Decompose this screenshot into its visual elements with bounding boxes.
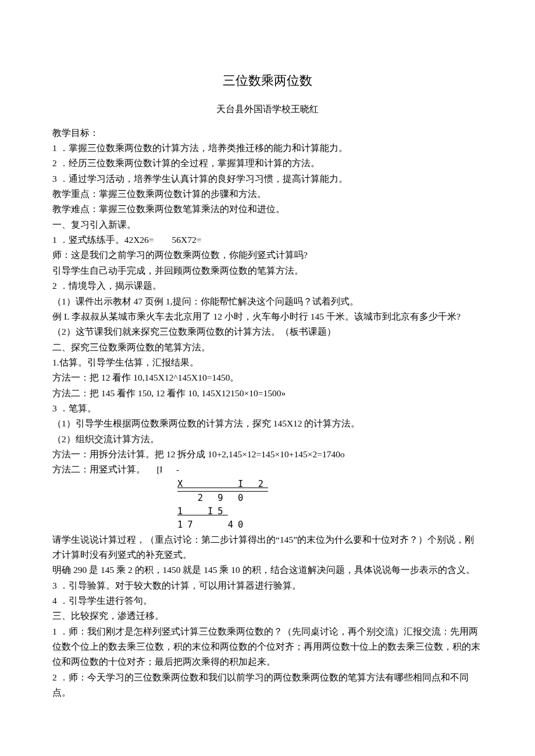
paragraph: 方法一：把 12 看作 10,145X12^145X10=1450。 — [52, 370, 483, 385]
paragraph: 3 ．通过学习活动，培养学生认真计算的良好学习习惯，提高计算能力。 — [52, 171, 483, 187]
paragraph: 教学重点：掌握三位数乘两位数计算的步骤和方法。 — [52, 187, 483, 202]
paragraph: 师：这是我们之前学习的两位数乘两位数，你能列竖式计算吗? — [52, 248, 483, 263]
paragraph: 1.估算。引导学生估算，汇报结果。 — [52, 355, 483, 370]
paragraph: 方法二：用竖式计算。 [I - — [52, 462, 483, 477]
paragraph: （1）课件出示教材 47 页例 1,提问：你能帮忙解决这个问题吗？试着列式。 — [52, 294, 483, 309]
paragraph: 一、复习引入新课。 — [52, 217, 483, 232]
paragraph: 明确 290 是 145 乘 2 的积，1450 就是 145 乘 10 的积，… — [52, 562, 483, 578]
paragraph: 请学生说说计算过程，（重点讨论：第二步计算得出的“145”的末位为什么要和十位对… — [52, 532, 483, 563]
paragraph: 例 L 李叔叔从某城市乘火车去北京用了 12 小时，火车每小时行 145 千米。… — [52, 309, 483, 324]
paragraph: （2）组织交流计算方法。 — [52, 432, 483, 447]
paragraph: 4 ．引导学生进行答句。 — [52, 593, 483, 608]
document-title: 三位数乘两位数 — [52, 70, 483, 91]
paragraph: 三、比较探究，渗透迁移。 — [52, 608, 483, 624]
paragraph: 2 ．情境导入，揭示课题。 — [52, 278, 483, 293]
paragraph: 1 ．掌握三位数乘两位数的计算方法，培养类推迁移的能力和计算能力。 — [52, 141, 483, 156]
paragraph: 2 ．师：今天学习的三位数乘两位数和我们以前学习的两位数乘两位数的笔算方法有哪些… — [52, 670, 483, 701]
paragraph: 3 ．引导验算。对于较大数的计算，可以用计算器进行验算。 — [52, 578, 483, 593]
paragraph: （1）引导学生根据两位数乘两位数的计算方法，探究 145X12 的计算方法。 — [52, 416, 483, 431]
calc-partial-2: 1 I5 — [177, 505, 228, 518]
document-author: 天台县外国语学校王晓红 — [52, 102, 483, 117]
calc-partial-1: 2 9 0 — [177, 492, 483, 505]
calc-multiplier-row: X I 2 — [177, 478, 268, 492]
paragraph: 1 ．竖式练练手。42X26= 56X72= — [52, 232, 483, 248]
paragraph: 1 ．师：我们刚才是怎样列竖式计算三位数乘两位数的？（先同桌讨论，再个别交流）汇… — [52, 624, 483, 670]
paragraph: 3 ．笔算。 — [52, 401, 483, 416]
paragraph: 教学目标： — [52, 126, 483, 141]
paragraph: 教学难点：掌握三位数乘两位数笔算乘法的对位和进位。 — [52, 202, 483, 217]
document-page: 三位数乘两位数 天台县外国语学校王晓红 教学目标： 1 ．掌握三位数乘两位数的计… — [0, 0, 535, 756]
paragraph: 二、探究三位数乘两位数的笔算方法。 — [52, 340, 483, 355]
paragraph: 2 ．经历三位数乘两位数计算的全过程，掌握算理和计算的方法。 — [52, 156, 483, 171]
paragraph: 方法二：把 145 看作 150, 12 看作 10, 145X12150×10… — [52, 386, 483, 401]
vertical-calculation: X I 2 2 9 0 1 I5 17 40 — [177, 478, 483, 532]
paragraph: （2）这节课我们就来探究三位数乘两位数的计算方法。（板书课题） — [52, 324, 483, 339]
calc-result: 17 40 — [177, 518, 483, 532]
paragraph: 方法一：用拆分法计算。把 12 拆分成 10+2,145×12=145×10+1… — [52, 447, 483, 462]
paragraph: 引导学生自己动手完成，并回顾两位数乘两位数的笔算方法。 — [52, 263, 483, 278]
